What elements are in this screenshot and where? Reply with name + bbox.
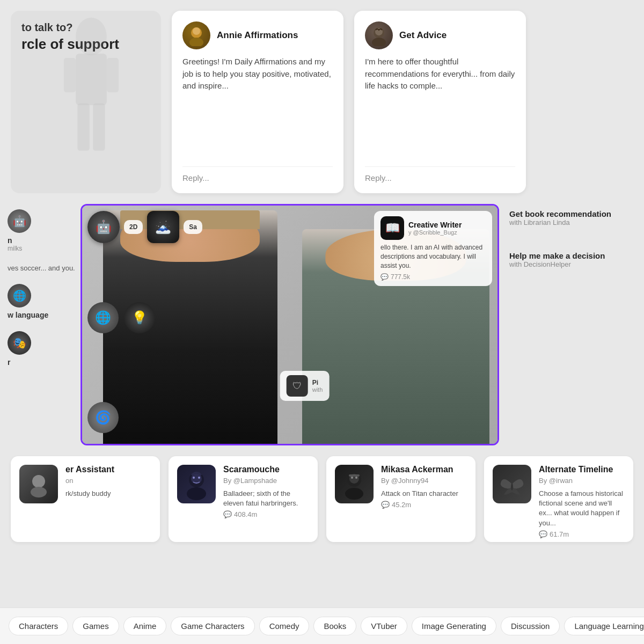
left-avatar-3: 🌐	[8, 284, 31, 308]
svg-rect-5	[93, 104, 105, 151]
svg-point-15	[187, 487, 206, 500]
left-item-4: 🎭 r	[8, 331, 76, 367]
advice-reply[interactable]: Reply...	[365, 166, 515, 182]
er-assistant-avatar	[19, 465, 58, 503]
tab-vtuber[interactable]: VTuber	[361, 617, 407, 635]
mikasa-avatar	[335, 465, 374, 503]
mid-icon-2[interactable]: 💡	[124, 302, 155, 333]
pin-icon: 🛡	[287, 375, 308, 397]
char-card-2d: 2D	[124, 220, 143, 234]
svg-point-13	[31, 487, 47, 497]
knight-silhouette	[43, 11, 140, 182]
creative-writer-card[interactable]: 📖 Creative Writer y @Scribble_Bugz ello …	[374, 211, 492, 286]
left-label-1: n	[8, 236, 76, 245]
advice-name: Get Advice	[399, 30, 447, 41]
alternate-timeline-author: By @irwan	[539, 477, 625, 485]
advice-chat-card[interactable]: Get Advice I'm here to offer thoughtful …	[354, 11, 526, 193]
left-label-2: ves soccer... and you.	[8, 264, 76, 272]
svg-rect-1	[76, 54, 107, 105]
er-assistant-info: er Assistant on rk/study buddy	[65, 465, 151, 499]
top-left-card: to talk to? rcle of support	[11, 11, 161, 193]
left-avatar-4: 🎭	[8, 331, 31, 355]
mikasa-stats: 💬45.2m	[381, 501, 467, 509]
mid-icon-1[interactable]: 🌐	[87, 302, 119, 333]
tabs-section: Characters Games Anime Game Characters C…	[0, 608, 644, 644]
right-item-1-sub: with Librarian Linda	[509, 218, 636, 226]
tab-language-learning[interactable]: Language Learning	[564, 617, 644, 635]
advice-header: Get Advice	[365, 21, 515, 49]
svg-point-8	[193, 27, 200, 35]
alternate-timeline-name: Alternate Timeline	[539, 465, 625, 474]
tab-game-characters[interactable]: Game Characters	[171, 617, 254, 635]
left-avatar-1: 🤖	[8, 209, 31, 233]
svg-point-10	[372, 38, 386, 46]
scaramouche-card[interactable]: Scaramouche By @Lampshade Balladeer; six…	[169, 456, 318, 542]
annie-name: Annie Affirmations	[217, 30, 298, 41]
alternate-timeline-card[interactable]: Alternate Timeline By @irwan Choose a fa…	[484, 456, 633, 542]
right-item-1[interactable]: Get book recommendation with Librarian L…	[509, 209, 636, 226]
er-assistant-sub1: on	[65, 477, 151, 485]
creative-writer-stats: 💬777.5k	[380, 273, 486, 281]
mikasa-card[interactable]: Mikasa Ackerman By @Johnny94 Attack on T…	[326, 456, 475, 542]
left-item-1: 🤖 n milks	[8, 209, 76, 252]
scaramouche-avatar	[177, 465, 216, 503]
mikasa-info: Mikasa Ackerman By @Johnny94 Attack on T…	[381, 465, 467, 509]
butterfly-avatar	[493, 465, 531, 503]
tab-comedy[interactable]: Comedy	[259, 617, 310, 635]
alternate-timeline-info: Alternate Timeline By @irwan Choose a fa…	[539, 465, 625, 538]
er-assistant-sub2: rk/study buddy	[65, 489, 151, 499]
right-partial-section: Get book recommendation with Librarian L…	[502, 204, 644, 274]
char-card-sa: Sa	[184, 220, 202, 234]
creative-writer-icon: 📖	[380, 216, 404, 240]
right-item-2[interactable]: Help me make a decision with DecisionHel…	[509, 251, 636, 268]
tab-books[interactable]: Books	[313, 617, 356, 635]
svg-rect-2	[64, 58, 76, 92]
scaramouche-info: Scaramouche By @Lampshade Balladeer; six…	[223, 465, 309, 518]
tab-games[interactable]: Games	[72, 617, 119, 635]
alternate-timeline-desc: Choose a famous historical fictional sce…	[539, 489, 625, 528]
right-item-2-sub: with DecisionHelper	[509, 260, 636, 268]
bot-icon-1[interactable]: 🌀	[87, 402, 119, 433]
scaramouche-desc: Balladeer; sixth of the eleven fatui har…	[223, 489, 309, 508]
pin-sub: with	[312, 386, 323, 393]
svg-rect-4	[77, 104, 89, 151]
svg-point-18	[198, 477, 200, 479]
svg-point-0	[76, 18, 107, 55]
char-icon-2[interactable]: 🗻	[147, 211, 179, 243]
middle-icons-row: 🌐 💡	[87, 302, 155, 333]
er-assistant-card[interactable]: er Assistant on rk/study buddy	[11, 456, 160, 542]
char-icon-1[interactable]: 🤖	[87, 211, 120, 243]
annie-desc: Greetings! I'm Daily Affirmations and my…	[182, 56, 333, 160]
left-item-3: 🌐 w language	[8, 284, 76, 319]
svg-point-12	[32, 475, 45, 488]
bottom-icons-row: 🌀	[87, 402, 119, 433]
alternate-timeline-stats: 💬61.7m	[539, 530, 625, 538]
left-item-2: ves soccer... and you.	[8, 264, 76, 272]
pin-card[interactable]: 🛡 Pi with	[280, 371, 330, 401]
svg-point-20	[345, 488, 363, 500]
scaramouche-stats: 💬408.4m	[223, 510, 309, 518]
bottom-cards-section: er Assistant on rk/study buddy Scaramouc…	[0, 451, 644, 547]
left-partial-section: 🤖 n milks ves soccer... and you. 🌐 w lan…	[0, 204, 83, 372]
annie-reply[interactable]: Reply...	[182, 166, 333, 182]
mikasa-desc: Attack on Titan character	[381, 489, 467, 499]
tab-image-generating[interactable]: Image Generating	[412, 617, 496, 635]
pin-label: Pi	[312, 379, 323, 386]
tab-discussion[interactable]: Discussion	[501, 617, 560, 635]
annie-header: Annie Affirmations	[182, 21, 333, 49]
mikasa-name: Mikasa Ackerman	[381, 465, 467, 474]
annie-chat-card[interactable]: Annie Affirmations Greetings! I'm Daily …	[172, 11, 343, 193]
right-item-1-title: Get book recommendation	[509, 209, 636, 218]
mikasa-author: By @Johnny94	[381, 477, 467, 485]
annie-avatar	[182, 21, 210, 49]
middle-section: 🤖 n milks ves soccer... and you. 🌐 w lan…	[0, 193, 644, 445]
creative-writer-name: Creative Writer	[408, 221, 462, 229]
tab-characters[interactable]: Characters	[9, 617, 68, 635]
top-section: to talk to? rcle of support Annie Affirm…	[0, 0, 644, 204]
svg-point-23	[355, 477, 357, 479]
svg-rect-3	[107, 58, 119, 92]
svg-rect-24	[349, 474, 360, 477]
scaramouche-name: Scaramouche	[223, 465, 309, 474]
tab-anime[interactable]: Anime	[123, 617, 167, 635]
highlighted-box: 🤖 2D 🗻 Sa 📖 Creative Writer y @Scribble_…	[80, 204, 499, 445]
